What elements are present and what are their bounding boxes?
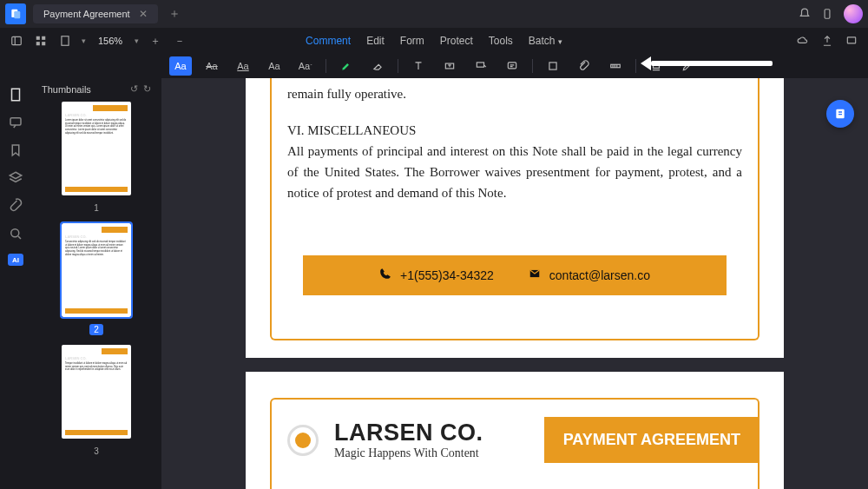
signature-tool[interactable] xyxy=(676,56,699,76)
svg-point-18 xyxy=(11,229,19,237)
divider xyxy=(398,59,398,73)
share-icon[interactable] xyxy=(819,33,835,49)
body-text: remain fully operative. xyxy=(287,83,742,104)
toggle-panel-icon[interactable] xyxy=(9,33,24,49)
email-address: contact@larsen.co xyxy=(549,266,650,285)
thumbnail-panel: Thumbnails ↺ ↻ LARSEN CO.Lorem ipsum dol… xyxy=(31,78,161,489)
thumb-label: 2 xyxy=(89,324,103,335)
menubar: ▾ 156% ▾ ＋ － Comment Edit Form Protect T… xyxy=(0,28,868,54)
note-tool[interactable] xyxy=(501,56,523,76)
contact-footer: +1(555)34-34322 contact@larsen.co xyxy=(303,255,727,295)
svg-rect-12 xyxy=(477,63,483,67)
main-menu: Comment Edit Form Protect Tools Batch ▾ xyxy=(306,35,562,47)
svg-rect-14 xyxy=(549,63,556,69)
titlebar: Payment Agreement ✕ ＋ xyxy=(0,0,868,28)
zoom-out-button[interactable]: － xyxy=(172,33,187,49)
highlight-tool[interactable]: Aa xyxy=(169,56,192,76)
dropdown-icon[interactable]: ▾ xyxy=(82,36,86,45)
squiggly-tool[interactable]: Aa xyxy=(263,56,286,76)
document-tab[interactable]: Payment Agreement ✕ xyxy=(33,4,158,23)
svg-rect-2 xyxy=(825,10,830,19)
page-fit-icon[interactable] xyxy=(57,33,73,49)
phone-icon xyxy=(379,266,391,285)
comment-toolbar: Aa Aa Aa Aa Aa˅ xyxy=(0,54,868,78)
logo-icon xyxy=(287,425,319,456)
thumbnail-1[interactable]: LARSEN CO.Lorem ipsum dolor sit amet con… xyxy=(42,102,151,215)
section-heading: VI. MISCELLANEOUS xyxy=(287,120,742,141)
underline-tool[interactable]: Aa xyxy=(232,56,254,76)
svg-rect-17 xyxy=(10,118,21,125)
page-2: remain fully operative. VI. MISCELLANEOU… xyxy=(246,78,784,358)
body-text: All payments of principal and interest o… xyxy=(287,141,742,203)
company-tagline: Magic Happens With Content xyxy=(334,446,483,460)
company-header: LARSEN CO. Magic Happens With Content PA… xyxy=(287,417,742,463)
rotate-cw-icon[interactable]: ↻ xyxy=(143,83,151,95)
svg-rect-6 xyxy=(42,36,45,40)
eraser-tool[interactable] xyxy=(366,56,389,76)
title-badge: PAYMENT AGREEMENT xyxy=(544,417,760,463)
main-area: AI Thumbnails ↺ ↻ LARSEN CO.Lorem ipsum … xyxy=(0,78,868,489)
textbox-tool[interactable] xyxy=(438,56,461,76)
new-tab-button[interactable]: ＋ xyxy=(168,6,181,22)
shape-tool[interactable] xyxy=(542,56,564,76)
phone-icon[interactable] xyxy=(818,4,837,23)
svg-rect-5 xyxy=(36,36,40,40)
caret-tool[interactable]: Aa˅ xyxy=(294,56,317,76)
callout-tool[interactable] xyxy=(470,56,492,76)
menu-form[interactable]: Form xyxy=(400,35,424,47)
ai-icon[interactable]: AI xyxy=(8,254,23,266)
bookmark-icon[interactable] xyxy=(8,142,23,158)
page-3: LARSEN CO. Magic Happens With Content PA… xyxy=(246,372,784,489)
company-name: LARSEN CO. xyxy=(334,420,483,446)
zoom-in-button[interactable]: ＋ xyxy=(148,33,163,49)
help-fab[interactable] xyxy=(826,100,854,128)
svg-rect-8 xyxy=(42,42,45,45)
thumbnails-icon[interactable] xyxy=(8,87,23,102)
avatar[interactable] xyxy=(844,4,863,23)
phone-number: +1(555)34-34322 xyxy=(400,266,494,285)
text-tool[interactable] xyxy=(407,56,430,76)
comments-icon[interactable] xyxy=(8,115,23,130)
document-viewer[interactable]: remain fully operative. VI. MISCELLANEOU… xyxy=(161,78,868,489)
zoom-value: 156% xyxy=(98,36,122,46)
thumb-label: 3 xyxy=(94,446,99,456)
marker-tool[interactable] xyxy=(335,56,358,76)
search-icon[interactable] xyxy=(8,226,23,241)
divider xyxy=(326,59,326,73)
grid-view-icon[interactable] xyxy=(33,33,49,49)
tab-title: Payment Agreement xyxy=(43,9,130,19)
menu-comment[interactable]: Comment xyxy=(306,35,351,47)
svg-rect-9 xyxy=(62,36,69,46)
close-tab-icon[interactable]: ✕ xyxy=(139,8,148,20)
thumb-label: 1 xyxy=(94,203,99,213)
clip-icon[interactable] xyxy=(8,198,23,214)
svg-rect-3 xyxy=(12,36,22,44)
measure-tool[interactable] xyxy=(604,56,627,76)
attachment-tool[interactable] xyxy=(573,56,595,76)
thumbnail-3[interactable]: LARSEN CO.Tempor incididunt ut labore et… xyxy=(42,345,151,458)
svg-rect-10 xyxy=(847,37,855,43)
dropdown-icon[interactable]: ▾ xyxy=(135,36,139,45)
app-logo[interactable] xyxy=(5,3,26,24)
mail-icon xyxy=(529,266,541,285)
callout-arrow xyxy=(651,61,773,66)
screen-icon[interactable] xyxy=(844,33,859,49)
svg-rect-7 xyxy=(36,42,40,45)
svg-rect-1 xyxy=(14,11,20,18)
divider xyxy=(532,59,533,73)
thumbnail-2[interactable]: LARSEN CO.Consectetur adipiscing elit se… xyxy=(42,223,151,336)
thumbnails-title: Thumbnails xyxy=(42,84,91,95)
divider xyxy=(635,59,636,73)
menu-protect[interactable]: Protect xyxy=(440,35,473,47)
svg-rect-16 xyxy=(12,89,20,101)
rotate-ccw-icon[interactable]: ↺ xyxy=(130,83,138,95)
menu-tools[interactable]: Tools xyxy=(489,35,513,47)
layers-icon[interactable] xyxy=(8,170,23,186)
bell-icon[interactable] xyxy=(795,4,814,23)
cloud-icon[interactable] xyxy=(795,33,811,49)
left-rail: AI xyxy=(0,78,31,489)
menu-batch[interactable]: Batch ▾ xyxy=(529,35,562,47)
menu-edit[interactable]: Edit xyxy=(366,35,385,47)
strikethrough-tool[interactable]: Aa xyxy=(201,56,223,76)
